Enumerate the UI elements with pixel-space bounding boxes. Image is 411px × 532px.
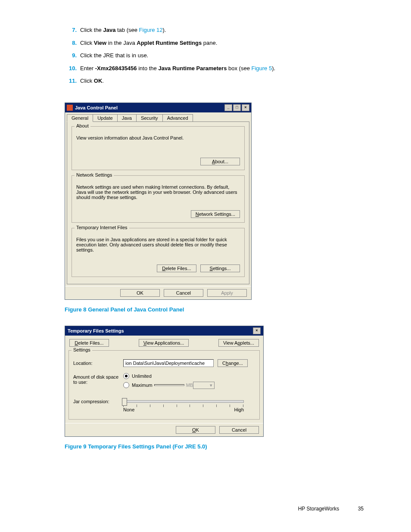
view-applications-button[interactable]: View Applications... xyxy=(139,339,189,347)
step-7: 7. Click the Java tab (see Figure 12). xyxy=(65,26,372,34)
unlimited-radio[interactable]: Unlimited xyxy=(123,373,215,379)
step-number: 11. xyxy=(65,77,77,85)
maximum-input xyxy=(154,384,184,386)
about-group: About View version information about Jav… xyxy=(72,126,245,170)
instruction-steps: 7. Click the Java tab (see Figure 12). 8… xyxy=(65,26,372,85)
step-text: Click OK. xyxy=(80,77,104,85)
minimize-button[interactable]: _ xyxy=(224,104,232,111)
page-footer: HP StorageWorks 35 xyxy=(65,506,372,512)
cancel-button[interactable]: Cancel xyxy=(164,289,203,297)
slider-thumb[interactable] xyxy=(122,398,127,406)
figure-8-caption: Figure 8 General Panel of Java Control P… xyxy=(65,306,372,313)
dialog-title: Temporary Files Settings xyxy=(68,328,253,333)
tab-security[interactable]: Security xyxy=(136,114,163,121)
tab-general[interactable]: General xyxy=(67,114,93,122)
dialog-body: About View version information about Jav… xyxy=(67,121,249,284)
dialog-title: Java Control Panel xyxy=(75,105,224,110)
cancel-button[interactable]: Cancel xyxy=(219,426,259,434)
radio-icon xyxy=(123,373,129,379)
network-settings-button[interactable]: Network Settings... xyxy=(191,210,240,218)
location-row: Location: Change... xyxy=(73,359,255,367)
tab-advanced[interactable]: Advanced xyxy=(162,114,193,121)
dialog-bottom-buttons: OK Cancel xyxy=(65,423,263,436)
footer-text: HP StorageWorks xyxy=(298,506,339,512)
temp-files-settings-dialog: Temporary Files Settings × Delete Files.… xyxy=(65,326,264,437)
mb-label: MB xyxy=(186,383,193,388)
location-input[interactable] xyxy=(123,359,214,367)
ok-button[interactable]: OK xyxy=(120,289,160,297)
dialog-bottom-buttons: OK Cancel Apply xyxy=(65,286,251,299)
temp-files-group: Temporary Internet Files Files you use i… xyxy=(72,228,245,277)
temp-files-legend: Temporary Internet Files xyxy=(75,225,129,230)
step-number: 8. xyxy=(65,39,77,47)
step-11: 11. Click OK. xyxy=(65,77,372,85)
settings-button[interactable]: Settings... xyxy=(200,264,240,272)
java-control-panel-dialog: Java Control Panel _ □ × General Update … xyxy=(65,103,252,300)
disk-space-row: Amount of disk space to use: Unlimited M… xyxy=(73,373,255,392)
top-button-row: Delete Files... View Applications... Vie… xyxy=(65,336,263,348)
delete-files-button[interactable]: Delete Files... xyxy=(157,264,196,272)
ok-button[interactable]: OK xyxy=(176,426,215,434)
about-legend: About xyxy=(75,123,90,128)
jar-compression-row: Jar compression: None High xyxy=(73,398,255,412)
compression-slider[interactable]: None High xyxy=(123,398,244,412)
network-text: Network settings are used when making In… xyxy=(76,184,240,200)
step-number: 7. xyxy=(65,26,77,34)
settings-group: Settings Location: Change... Amount of d… xyxy=(68,350,260,420)
location-label: Location: xyxy=(73,359,123,366)
disk-space-label: Amount of disk space to use: xyxy=(73,373,123,385)
slider-track xyxy=(123,400,244,403)
figure-12-link[interactable]: Figure 12 xyxy=(139,27,163,33)
apply-button: Apply xyxy=(207,289,247,297)
step-8: 8. Click View in the Java Applet Runtime… xyxy=(65,39,372,47)
maximum-radio[interactable]: Maximum MB ▾ xyxy=(123,382,215,389)
dialog-titlebar[interactable]: Temporary Files Settings × xyxy=(65,326,263,336)
step-text: Enter -Xmx268435456 into the Java Runtim… xyxy=(80,64,275,73)
jar-label: Jar compression: xyxy=(73,398,123,404)
step-text: Click View in the Java Applet Runtime Se… xyxy=(80,39,217,47)
dialog-titlebar[interactable]: Java Control Panel _ □ × xyxy=(65,103,251,112)
tab-update[interactable]: Update xyxy=(93,114,117,121)
figure-9-caption: Figure 9 Temporary Files Settings Panel … xyxy=(65,443,372,450)
page-number: 35 xyxy=(358,506,364,512)
network-group: Network Settings Network settings are us… xyxy=(72,175,245,223)
java-icon xyxy=(67,105,73,111)
network-legend: Network Settings xyxy=(75,172,114,177)
tab-bar: General Update Java Security Advanced xyxy=(65,112,251,121)
close-button[interactable]: × xyxy=(253,327,261,334)
settings-legend: Settings xyxy=(72,347,92,352)
maximize-button[interactable]: □ xyxy=(233,104,241,111)
step-text: Click the JRE that is in use. xyxy=(80,51,148,60)
step-10: 10. Enter -Xmx268435456 into the Java Ru… xyxy=(65,64,372,73)
step-number: 10. xyxy=(65,64,77,73)
figure-5-link[interactable]: Figure 5 xyxy=(252,65,272,72)
step-9: 9. Click the JRE that is in use. xyxy=(65,51,372,60)
about-button[interactable]: About... xyxy=(200,158,240,165)
about-text: View version information about Java Cont… xyxy=(76,135,240,140)
step-number: 9. xyxy=(65,51,77,60)
radio-icon xyxy=(123,382,129,388)
change-button[interactable]: Change... xyxy=(218,359,248,367)
tab-java[interactable]: Java xyxy=(117,114,137,121)
unit-combo: ▾ xyxy=(193,382,215,389)
delete-files-button[interactable]: Delete Files... xyxy=(69,339,109,347)
view-applets-button[interactable]: View Applets... xyxy=(218,339,259,347)
close-button[interactable]: × xyxy=(242,104,249,111)
step-text: Click the Java tab (see Figure 12). xyxy=(80,26,166,34)
temp-files-text: Files you use in Java applications are s… xyxy=(76,237,240,252)
slider-labels: None High xyxy=(123,407,244,412)
